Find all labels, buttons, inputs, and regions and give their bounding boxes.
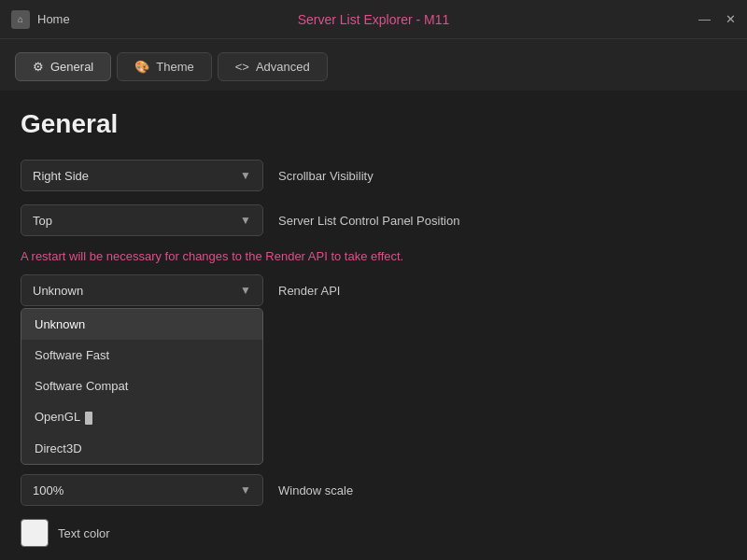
render-api-row: Unknown ▼ Unknown Software Fast Software… bbox=[21, 274, 726, 306]
text-color-swatch[interactable] bbox=[21, 519, 49, 547]
scrollbar-visibility-arrow: ▼ bbox=[240, 169, 251, 182]
render-api-option-software-compat-label: Software Compat bbox=[35, 379, 128, 393]
tab-general-label: General bbox=[50, 60, 93, 74]
text-color-label: Text color bbox=[58, 526, 110, 540]
close-button[interactable]: ✕ bbox=[726, 12, 736, 26]
settings-below: 100% ▼ Window scale Text color bbox=[21, 474, 726, 547]
render-api-option-opengl[interactable]: OpenGL bbox=[21, 401, 262, 433]
tab-advanced[interactable]: <> Advanced bbox=[218, 52, 328, 81]
scrollbar-visibility-label: Scrollbar Visibility bbox=[278, 169, 374, 183]
home-label[interactable]: Home bbox=[37, 12, 70, 26]
home-icon: ⌂ bbox=[11, 10, 30, 29]
title-bar-left: ⌂ Home bbox=[11, 10, 70, 29]
render-api-option-unknown[interactable]: Unknown bbox=[21, 309, 262, 340]
render-api-option-direct3d-label: Direct3D bbox=[35, 441, 82, 455]
theme-icon: 🎨 bbox=[134, 60, 149, 74]
window-scale-label: Window scale bbox=[278, 483, 353, 497]
render-api-option-software-compat[interactable]: Software Compat bbox=[21, 371, 262, 401]
cursor-indicator bbox=[85, 412, 92, 425]
render-api-label: Render API bbox=[278, 284, 341, 298]
app-title: Server List Explorer - M11 bbox=[298, 12, 450, 27]
scrollbar-visibility-dropdown[interactable]: Right Side ▼ bbox=[21, 160, 263, 191]
window-scale-row: 100% ▼ Window scale bbox=[21, 474, 726, 506]
render-api-dropdown[interactable]: Unknown ▼ bbox=[21, 274, 263, 306]
server-list-control-row: Top ▼ Server List Control Panel Position bbox=[21, 204, 726, 236]
render-api-arrow: ▼ bbox=[240, 284, 251, 297]
tab-theme-label: Theme bbox=[156, 60, 193, 74]
tab-general[interactable]: ⚙ General bbox=[15, 52, 111, 81]
tabs-bar: ⚙ General 🎨 Theme <> Advanced bbox=[0, 39, 747, 91]
render-api-option-opengl-label: OpenGL bbox=[35, 410, 80, 424]
minimize-button[interactable]: — bbox=[698, 12, 711, 26]
render-api-option-software-fast[interactable]: Software Fast bbox=[21, 340, 262, 371]
render-api-dropdown-container: Unknown ▼ Unknown Software Fast Software… bbox=[21, 274, 263, 306]
render-api-option-unknown-label: Unknown bbox=[35, 317, 85, 331]
render-api-menu: Unknown Software Fast Software Compat Op… bbox=[21, 308, 263, 465]
window-scale-arrow: ▼ bbox=[240, 483, 251, 497]
text-color-row: Text color bbox=[21, 519, 726, 547]
title-bar: ⌂ Home Server List Explorer - M11 — ✕ bbox=[0, 0, 747, 39]
server-list-control-value: Top bbox=[33, 214, 52, 228]
render-api-option-direct3d[interactable]: Direct3D bbox=[21, 433, 262, 464]
scrollbar-visibility-value: Right Side bbox=[33, 169, 89, 183]
tab-advanced-label: Advanced bbox=[256, 60, 310, 74]
server-list-control-dropdown[interactable]: Top ▼ bbox=[21, 204, 263, 236]
server-list-control-arrow: ▼ bbox=[240, 214, 251, 227]
render-api-option-software-fast-label: Software Fast bbox=[35, 348, 109, 362]
scrollbar-visibility-row: Right Side ▼ Scrollbar Visibility bbox=[21, 160, 726, 191]
window-scale-value: 100% bbox=[33, 483, 63, 497]
page-title: General bbox=[21, 109, 726, 139]
title-bar-controls: — ✕ bbox=[698, 12, 736, 26]
window-scale-dropdown[interactable]: 100% ▼ bbox=[21, 474, 263, 506]
restart-notice: A restart will be necessary for changes … bbox=[21, 249, 726, 263]
advanced-icon: <> bbox=[235, 60, 249, 74]
tab-theme[interactable]: 🎨 Theme bbox=[117, 52, 211, 81]
content-area: General Right Side ▼ Scrollbar Visibilit… bbox=[0, 91, 747, 560]
general-icon: ⚙ bbox=[33, 60, 44, 74]
server-list-control-label: Server List Control Panel Position bbox=[278, 214, 459, 228]
render-api-value: Unknown bbox=[33, 284, 83, 298]
